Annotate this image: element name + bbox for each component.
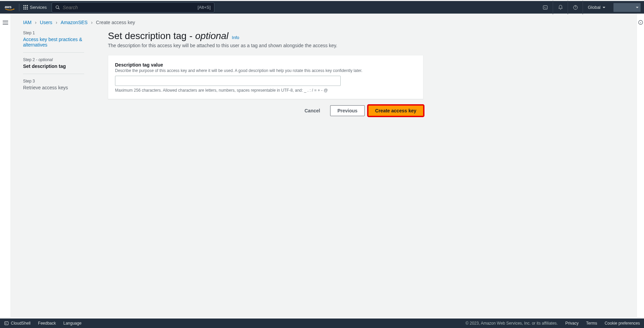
account-menu[interactable] bbox=[613, 3, 641, 12]
region-selector[interactable]: Global bbox=[583, 1, 610, 14]
top-nav: aws Services [Alt+S] Global bbox=[0, 0, 644, 14]
page-description: The description for this access key will… bbox=[108, 43, 423, 48]
svg-line-2 bbox=[58, 8, 60, 9]
create-access-key-button[interactable]: Create access key bbox=[368, 105, 423, 116]
notifications-button[interactable] bbox=[553, 1, 568, 14]
divider bbox=[23, 74, 84, 74]
hamburger-icon[interactable] bbox=[3, 20, 8, 317]
search-shortcut: [Alt+S] bbox=[197, 5, 211, 10]
content-area: IAM › Users › AmazonSES › Create access … bbox=[11, 14, 637, 317]
breadcrumb-iam[interactable]: IAM bbox=[23, 20, 32, 25]
wizard-step-1[interactable]: Step 1 Access key best practices & alter… bbox=[23, 31, 84, 52]
field-label: Description tag value bbox=[115, 62, 416, 68]
info-link[interactable]: Info bbox=[232, 35, 239, 40]
step-label: Step 3 bbox=[23, 79, 84, 84]
svg-text:aws: aws bbox=[5, 4, 12, 8]
wizard-step-2: Step 2 - optional Set description tag bbox=[23, 57, 84, 74]
services-label: Services bbox=[30, 5, 47, 10]
services-button[interactable]: Services bbox=[23, 5, 47, 10]
step-title[interactable]: Access key best practices & alternatives bbox=[23, 37, 84, 48]
breadcrumb-amazonses[interactable]: AmazonSES bbox=[61, 20, 88, 25]
breadcrumb-current: Create access key bbox=[96, 20, 135, 25]
step-label: Step 2 - optional bbox=[23, 57, 84, 62]
breadcrumb-users[interactable]: Users bbox=[40, 20, 53, 25]
chevron-right-icon: › bbox=[91, 20, 93, 25]
help-button[interactable] bbox=[568, 1, 583, 14]
nav-right: Global bbox=[538, 1, 644, 14]
region-label: Global bbox=[588, 5, 601, 10]
wizard-step-3: Step 3 Retrieve access keys bbox=[23, 79, 84, 95]
breadcrumb: IAM › Users › AmazonSES › Create access … bbox=[23, 20, 423, 25]
description-tag-input[interactable] bbox=[115, 76, 341, 86]
svg-point-1 bbox=[56, 5, 59, 8]
search-input[interactable] bbox=[63, 5, 195, 10]
step-title: Set description tag bbox=[23, 63, 84, 69]
grid-icon bbox=[23, 5, 28, 10]
previous-button[interactable]: Previous bbox=[330, 105, 364, 116]
field-constraint: Maximum 256 characters. Allowed characte… bbox=[115, 88, 416, 93]
left-rail bbox=[0, 14, 11, 317]
info-icon[interactable] bbox=[638, 20, 643, 25]
bell-icon bbox=[558, 5, 563, 10]
nav-divider bbox=[19, 4, 19, 11]
wizard-nav: Step 1 Access key best practices & alter… bbox=[23, 31, 84, 116]
search-box[interactable]: [Alt+S] bbox=[52, 2, 214, 13]
chevron-right-icon: › bbox=[35, 20, 37, 25]
page-title: Set description tag - optional Info bbox=[108, 31, 423, 41]
form-panel: Description tag value Describe the purpo… bbox=[108, 55, 423, 99]
field-help: Describe the purpose of this access key … bbox=[115, 68, 416, 73]
page-body: IAM › Users › AmazonSES › Create access … bbox=[0, 14, 644, 317]
form-actions: Cancel Previous Create access key bbox=[108, 105, 423, 116]
step-title: Retrieve access keys bbox=[23, 85, 84, 90]
chevron-right-icon: › bbox=[56, 20, 57, 25]
caret-down-icon bbox=[636, 7, 639, 8]
caret-down-icon bbox=[603, 7, 605, 8]
aws-logo[interactable]: aws bbox=[5, 4, 15, 11]
cancel-button[interactable]: Cancel bbox=[298, 105, 327, 116]
main-column: Set description tag - optional Info The … bbox=[108, 31, 423, 116]
help-icon bbox=[573, 5, 578, 10]
search-icon bbox=[55, 5, 60, 10]
step-label: Step 1 bbox=[23, 31, 84, 35]
divider bbox=[23, 52, 84, 53]
cloudshell-icon-button[interactable] bbox=[538, 1, 553, 14]
right-rail bbox=[637, 14, 644, 317]
